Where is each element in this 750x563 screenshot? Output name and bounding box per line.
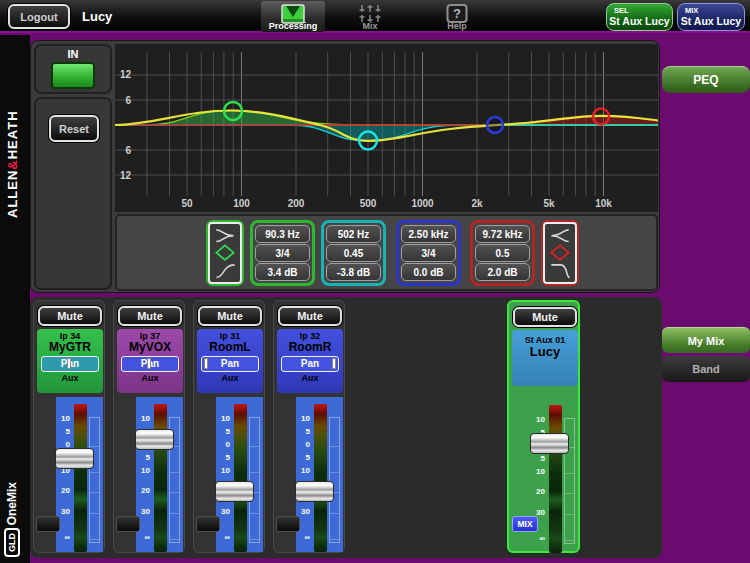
shelf-response-mirror-icon <box>549 227 571 244</box>
mix-channel-button[interactable]: MIX St Aux Lucy <box>677 3 745 31</box>
eq-lowmid-width-button[interactable]: 0.45 <box>326 244 381 262</box>
fader-scale-label: 10 <box>217 466 230 475</box>
eq-lowmid-freq-button[interactable]: 502 Hz <box>326 225 381 243</box>
eq-highmid-width-button[interactable]: 3/4 <box>401 244 456 262</box>
channel-name: RoomL <box>197 341 263 354</box>
strip-assign-button[interactable] <box>196 516 220 532</box>
eq-high-freq-button[interactable]: 9.72 kHz <box>475 225 530 243</box>
strip-assign-button[interactable] <box>276 516 300 532</box>
eq-reset-button[interactable]: Reset <box>49 115 99 142</box>
tab-help-label: Help <box>428 21 486 31</box>
mute-button[interactable]: Mute <box>513 307 577 327</box>
meter-tick <box>330 539 339 540</box>
level-meter <box>314 404 327 552</box>
left-brand-sidebar: ALLEN&HEATH GLD OneMix <box>0 35 30 563</box>
level-meter <box>234 404 247 552</box>
pan-control[interactable]: Pan <box>281 356 339 372</box>
fader-scale-label: 30 <box>57 507 70 516</box>
peq-tab-button[interactable]: PEQ <box>662 66 750 93</box>
my-mix-tab-button[interactable]: My Mix <box>662 327 750 353</box>
eq-highmid-freq-button[interactable]: 2.50 kHz <box>401 225 456 243</box>
mute-button[interactable]: Mute <box>38 306 102 326</box>
fader-handle[interactable] <box>295 481 334 502</box>
eq-low-freq-button[interactable]: 90.3 Hz <box>255 225 310 243</box>
sel-tag: SEL <box>614 6 629 15</box>
pan-control[interactable]: Pan <box>41 356 99 372</box>
fader-scale-label: ∞ <box>57 533 70 542</box>
bell-curve-icon <box>549 244 571 261</box>
meter-tick <box>170 472 179 473</box>
mute-button[interactable]: Mute <box>278 306 342 326</box>
mix-badge[interactable]: MIX <box>512 516 538 532</box>
top-bar: Logout Lucy Processing Mix <box>0 0 750 33</box>
svg-text:2k: 2k <box>471 198 483 209</box>
meter-tick <box>330 446 339 447</box>
sel-channel-button[interactable]: SEL St Aux Lucy <box>606 3 673 31</box>
channel-strips-panel: Mute Ip 34 MyGTR Pan Aux 10505102030∞ Mu… <box>30 297 662 558</box>
strip-assign-button[interactable] <box>36 516 60 532</box>
fader-scale-label: 10 <box>297 466 310 475</box>
meter-tick <box>170 513 179 514</box>
fader-scale-label: 30 <box>137 507 150 516</box>
mute-button[interactable]: Mute <box>118 306 182 326</box>
fader-handle[interactable] <box>530 433 569 454</box>
fader-scale-label: 10 <box>532 467 545 476</box>
logout-button[interactable]: Logout <box>8 4 70 29</box>
selected-channel-title: Lucy <box>82 9 112 24</box>
meter-tick <box>90 472 99 473</box>
fader-scale-label: 20 <box>57 486 70 495</box>
channel-name-box[interactable]: St Aux 01 Lucy <box>512 330 578 386</box>
eq-high-shape-selector[interactable] <box>541 220 579 286</box>
fader-scale-label: 0 <box>217 440 230 449</box>
channel-name: MyVOX <box>117 341 183 354</box>
pan-control[interactable]: Pan <box>201 356 259 372</box>
mute-button[interactable]: Mute <box>198 306 262 326</box>
fader-scale-label: 5 <box>137 453 150 462</box>
level-meter <box>74 404 87 552</box>
fader-handle[interactable] <box>215 481 254 502</box>
eq-lowmid-gain-button[interactable]: -3.8 dB <box>326 263 381 281</box>
eq-handle-highmid[interactable] <box>487 117 503 133</box>
eq-response-graph[interactable]: 5010020050010002k5k10k126612 <box>115 44 658 212</box>
eq-reset-section: Reset <box>34 97 112 290</box>
channel-name-box[interactable]: Ip 37 MyVOX Pan Aux <box>117 329 183 393</box>
channel-name: Lucy <box>512 345 578 358</box>
channel-name-box[interactable]: Ip 32 RoomR Pan Aux <box>277 329 343 393</box>
fader-scale-label: 5 <box>57 427 70 436</box>
meter-tick <box>330 472 339 473</box>
eq-high-gain-button[interactable]: 2.0 dB <box>475 263 530 281</box>
channel-name-box[interactable]: Ip 31 RoomL Pan Aux <box>197 329 263 393</box>
shelf-response-icon <box>214 227 236 244</box>
eq-low-gain-button[interactable]: 3.4 dB <box>255 263 310 281</box>
tab-help[interactable]: ? Help <box>428 1 486 32</box>
tab-processing-label: Processing <box>261 21 325 31</box>
eq-in-toggle-button[interactable] <box>51 62 95 89</box>
tab-mix-label: Mix <box>340 21 400 31</box>
svg-text:50: 50 <box>181 198 193 209</box>
channel-name-box[interactable]: Ip 34 MyGTR Pan Aux <box>37 329 103 393</box>
meter-tick <box>90 446 99 447</box>
band-tab-button[interactable]: Band <box>662 356 750 382</box>
fader-scale-label: 5 <box>217 453 230 462</box>
pan-position-marker <box>332 358 336 369</box>
fader-scale-label: 0 <box>297 440 310 449</box>
eq-low-width-button[interactable]: 3/4 <box>255 244 310 262</box>
tab-processing[interactable]: Processing <box>261 1 325 32</box>
pan-control[interactable]: Pan <box>121 356 179 372</box>
meter-tick <box>170 492 179 493</box>
eq-low-shape-selector[interactable] <box>206 220 244 286</box>
fader-scale-label: 30 <box>217 507 230 516</box>
eq-high-width-button[interactable]: 0.5 <box>475 244 530 262</box>
tab-mix[interactable]: Mix <box>340 1 400 32</box>
meter-tick <box>250 539 259 540</box>
fader-scale-label: 20 <box>137 486 150 495</box>
eq-highmid-gain-button[interactable]: 0.0 dB <box>401 263 456 281</box>
strip-mygtr: Mute Ip 34 MyGTR Pan Aux 10505102030∞ <box>33 300 105 553</box>
strip-assign-button[interactable] <box>116 516 140 532</box>
fader-handle[interactable] <box>55 448 94 469</box>
fader-scale-label: 20 <box>532 487 545 496</box>
fader-scale-label: 30 <box>297 507 310 516</box>
pan-position-marker <box>204 358 208 369</box>
fader-handle[interactable] <box>135 429 174 450</box>
fader-scale-label: 5 <box>297 427 310 436</box>
